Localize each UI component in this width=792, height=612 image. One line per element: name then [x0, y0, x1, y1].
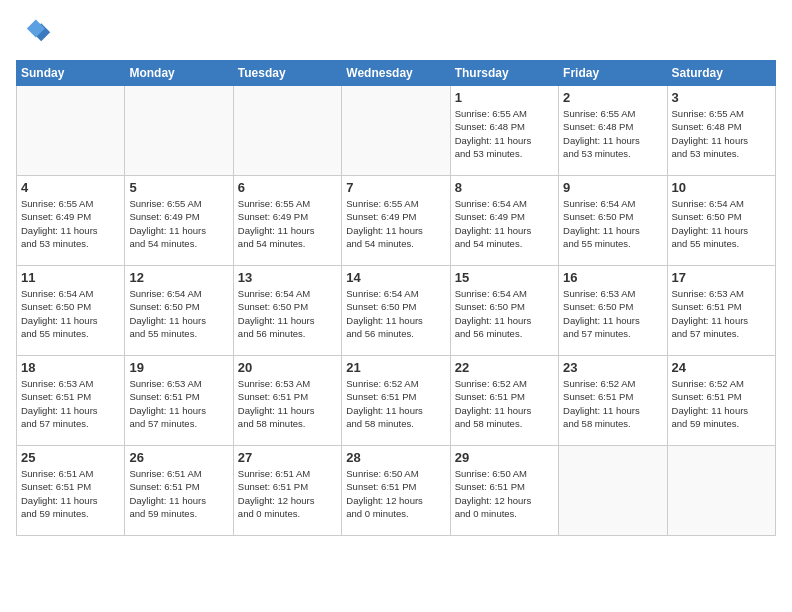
calendar-cell: 27Sunrise: 6:51 AM Sunset: 6:51 PM Dayli… — [233, 446, 341, 536]
day-info: Sunrise: 6:54 AM Sunset: 6:50 PM Dayligh… — [455, 287, 554, 340]
day-number: 15 — [455, 270, 554, 285]
calendar-table: SundayMondayTuesdayWednesdayThursdayFrid… — [16, 60, 776, 536]
calendar-cell: 14Sunrise: 6:54 AM Sunset: 6:50 PM Dayli… — [342, 266, 450, 356]
calendar-cell — [342, 86, 450, 176]
calendar-cell: 8Sunrise: 6:54 AM Sunset: 6:49 PM Daylig… — [450, 176, 558, 266]
day-number: 25 — [21, 450, 120, 465]
day-info: Sunrise: 6:54 AM Sunset: 6:50 PM Dayligh… — [672, 197, 771, 250]
day-info: Sunrise: 6:51 AM Sunset: 6:51 PM Dayligh… — [238, 467, 337, 520]
day-number: 12 — [129, 270, 228, 285]
calendar-cell: 9Sunrise: 6:54 AM Sunset: 6:50 PM Daylig… — [559, 176, 667, 266]
calendar-cell: 2Sunrise: 6:55 AM Sunset: 6:48 PM Daylig… — [559, 86, 667, 176]
day-number: 18 — [21, 360, 120, 375]
day-number: 1 — [455, 90, 554, 105]
day-number: 9 — [563, 180, 662, 195]
day-info: Sunrise: 6:50 AM Sunset: 6:51 PM Dayligh… — [346, 467, 445, 520]
day-number: 21 — [346, 360, 445, 375]
day-info: Sunrise: 6:52 AM Sunset: 6:51 PM Dayligh… — [563, 377, 662, 430]
day-number: 27 — [238, 450, 337, 465]
day-number: 3 — [672, 90, 771, 105]
day-info: Sunrise: 6:54 AM Sunset: 6:50 PM Dayligh… — [563, 197, 662, 250]
day-info: Sunrise: 6:55 AM Sunset: 6:48 PM Dayligh… — [563, 107, 662, 160]
calendar-cell: 5Sunrise: 6:55 AM Sunset: 6:49 PM Daylig… — [125, 176, 233, 266]
day-number: 8 — [455, 180, 554, 195]
calendar-cell — [559, 446, 667, 536]
calendar-cell: 13Sunrise: 6:54 AM Sunset: 6:50 PM Dayli… — [233, 266, 341, 356]
day-number: 22 — [455, 360, 554, 375]
calendar-cell — [17, 86, 125, 176]
calendar-cell — [667, 446, 775, 536]
day-number: 13 — [238, 270, 337, 285]
day-info: Sunrise: 6:55 AM Sunset: 6:48 PM Dayligh… — [455, 107, 554, 160]
day-number: 23 — [563, 360, 662, 375]
logo — [16, 16, 56, 52]
col-header-wednesday: Wednesday — [342, 61, 450, 86]
day-number: 4 — [21, 180, 120, 195]
day-number: 20 — [238, 360, 337, 375]
calendar-cell: 12Sunrise: 6:54 AM Sunset: 6:50 PM Dayli… — [125, 266, 233, 356]
day-info: Sunrise: 6:52 AM Sunset: 6:51 PM Dayligh… — [455, 377, 554, 430]
calendar-cell — [233, 86, 341, 176]
calendar-cell: 17Sunrise: 6:53 AM Sunset: 6:51 PM Dayli… — [667, 266, 775, 356]
calendar-cell: 16Sunrise: 6:53 AM Sunset: 6:50 PM Dayli… — [559, 266, 667, 356]
day-number: 5 — [129, 180, 228, 195]
day-number: 17 — [672, 270, 771, 285]
calendar-cell: 6Sunrise: 6:55 AM Sunset: 6:49 PM Daylig… — [233, 176, 341, 266]
day-info: Sunrise: 6:54 AM Sunset: 6:50 PM Dayligh… — [21, 287, 120, 340]
day-info: Sunrise: 6:54 AM Sunset: 6:50 PM Dayligh… — [346, 287, 445, 340]
day-number: 28 — [346, 450, 445, 465]
col-header-friday: Friday — [559, 61, 667, 86]
day-number: 29 — [455, 450, 554, 465]
calendar-cell: 11Sunrise: 6:54 AM Sunset: 6:50 PM Dayli… — [17, 266, 125, 356]
day-info: Sunrise: 6:50 AM Sunset: 6:51 PM Dayligh… — [455, 467, 554, 520]
day-number: 24 — [672, 360, 771, 375]
calendar-cell: 7Sunrise: 6:55 AM Sunset: 6:49 PM Daylig… — [342, 176, 450, 266]
day-number: 7 — [346, 180, 445, 195]
day-info: Sunrise: 6:53 AM Sunset: 6:51 PM Dayligh… — [238, 377, 337, 430]
logo-icon — [16, 16, 52, 52]
calendar-cell: 28Sunrise: 6:50 AM Sunset: 6:51 PM Dayli… — [342, 446, 450, 536]
calendar-cell: 10Sunrise: 6:54 AM Sunset: 6:50 PM Dayli… — [667, 176, 775, 266]
calendar-cell: 3Sunrise: 6:55 AM Sunset: 6:48 PM Daylig… — [667, 86, 775, 176]
day-info: Sunrise: 6:51 AM Sunset: 6:51 PM Dayligh… — [129, 467, 228, 520]
day-info: Sunrise: 6:53 AM Sunset: 6:51 PM Dayligh… — [21, 377, 120, 430]
day-number: 14 — [346, 270, 445, 285]
calendar-cell: 24Sunrise: 6:52 AM Sunset: 6:51 PM Dayli… — [667, 356, 775, 446]
col-header-thursday: Thursday — [450, 61, 558, 86]
calendar-cell: 29Sunrise: 6:50 AM Sunset: 6:51 PM Dayli… — [450, 446, 558, 536]
calendar-cell: 23Sunrise: 6:52 AM Sunset: 6:51 PM Dayli… — [559, 356, 667, 446]
day-info: Sunrise: 6:52 AM Sunset: 6:51 PM Dayligh… — [672, 377, 771, 430]
day-info: Sunrise: 6:53 AM Sunset: 6:51 PM Dayligh… — [129, 377, 228, 430]
day-info: Sunrise: 6:54 AM Sunset: 6:50 PM Dayligh… — [238, 287, 337, 340]
day-number: 16 — [563, 270, 662, 285]
calendar-cell — [125, 86, 233, 176]
day-number: 26 — [129, 450, 228, 465]
day-number: 10 — [672, 180, 771, 195]
col-header-tuesday: Tuesday — [233, 61, 341, 86]
day-info: Sunrise: 6:51 AM Sunset: 6:51 PM Dayligh… — [21, 467, 120, 520]
day-info: Sunrise: 6:54 AM Sunset: 6:49 PM Dayligh… — [455, 197, 554, 250]
day-info: Sunrise: 6:55 AM Sunset: 6:49 PM Dayligh… — [129, 197, 228, 250]
day-number: 11 — [21, 270, 120, 285]
calendar-cell: 15Sunrise: 6:54 AM Sunset: 6:50 PM Dayli… — [450, 266, 558, 356]
day-info: Sunrise: 6:55 AM Sunset: 6:49 PM Dayligh… — [21, 197, 120, 250]
calendar-cell: 1Sunrise: 6:55 AM Sunset: 6:48 PM Daylig… — [450, 86, 558, 176]
calendar-cell: 18Sunrise: 6:53 AM Sunset: 6:51 PM Dayli… — [17, 356, 125, 446]
day-info: Sunrise: 6:52 AM Sunset: 6:51 PM Dayligh… — [346, 377, 445, 430]
calendar-cell: 21Sunrise: 6:52 AM Sunset: 6:51 PM Dayli… — [342, 356, 450, 446]
page-header — [16, 16, 776, 52]
col-header-sunday: Sunday — [17, 61, 125, 86]
col-header-monday: Monday — [125, 61, 233, 86]
calendar-cell: 4Sunrise: 6:55 AM Sunset: 6:49 PM Daylig… — [17, 176, 125, 266]
day-info: Sunrise: 6:54 AM Sunset: 6:50 PM Dayligh… — [129, 287, 228, 340]
day-info: Sunrise: 6:55 AM Sunset: 6:49 PM Dayligh… — [346, 197, 445, 250]
calendar-cell: 20Sunrise: 6:53 AM Sunset: 6:51 PM Dayli… — [233, 356, 341, 446]
calendar-cell: 22Sunrise: 6:52 AM Sunset: 6:51 PM Dayli… — [450, 356, 558, 446]
calendar-cell: 25Sunrise: 6:51 AM Sunset: 6:51 PM Dayli… — [17, 446, 125, 536]
day-info: Sunrise: 6:55 AM Sunset: 6:48 PM Dayligh… — [672, 107, 771, 160]
day-info: Sunrise: 6:53 AM Sunset: 6:51 PM Dayligh… — [672, 287, 771, 340]
calendar-cell: 26Sunrise: 6:51 AM Sunset: 6:51 PM Dayli… — [125, 446, 233, 536]
day-info: Sunrise: 6:55 AM Sunset: 6:49 PM Dayligh… — [238, 197, 337, 250]
day-number: 6 — [238, 180, 337, 195]
day-number: 19 — [129, 360, 228, 375]
